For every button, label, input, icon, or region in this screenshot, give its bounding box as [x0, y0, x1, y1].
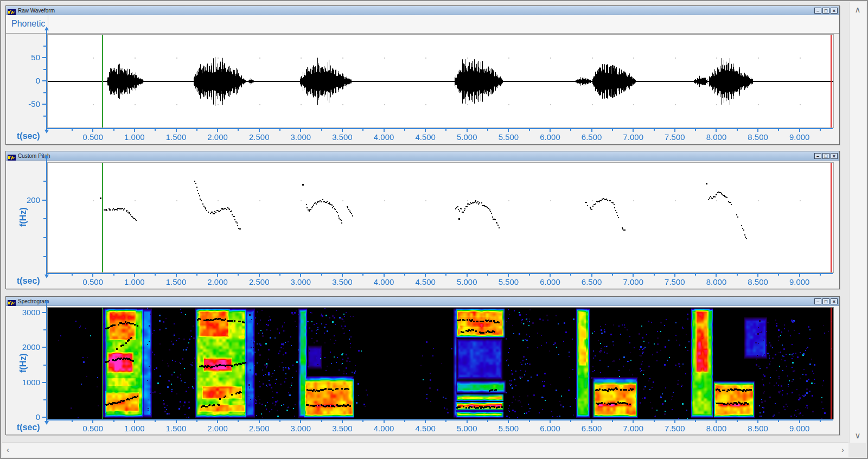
spec-x-minor-tick	[487, 420, 488, 422]
spectrogram-plot[interactable]	[47, 307, 834, 419]
spec-x-minor-tick	[820, 420, 821, 422]
pitch-x-minor-tick	[695, 274, 696, 276]
spec-x-tick	[633, 420, 634, 423]
spec-x-minor-tick	[695, 420, 696, 422]
spec-y-tick-label: 2000	[6, 342, 40, 352]
spec-x-tick	[467, 420, 468, 423]
close-button[interactable]: ×	[831, 153, 838, 159]
spectrogram-plot-red-cursor[interactable]	[831, 308, 832, 419]
window-controls: – □ ×	[813, 153, 838, 159]
spec-y-tick	[42, 312, 46, 313]
spec-x-tick-label: 3.500	[325, 424, 360, 433]
spec-x-tick-label: 7.000	[616, 424, 650, 433]
spec-x-tick-label: 1.000	[117, 424, 152, 433]
raw-x-axis	[47, 128, 833, 129]
spec-x-tick	[342, 420, 343, 423]
custom-pitch-titlebar[interactable]: Custom Pitch – □ ×	[6, 151, 839, 161]
scroll-up-icon[interactable]: ∧	[850, 5, 866, 14]
raw-x-tick	[591, 129, 592, 132]
raw-x-minor-tick	[778, 129, 779, 131]
spectrogram-canvas[interactable]	[48, 308, 833, 419]
maximize-button[interactable]: □	[822, 298, 829, 304]
raw-x-minor-tick	[279, 129, 280, 131]
spec-x-tick-label: 4.500	[408, 424, 443, 433]
pitch-y-minor-tick	[43, 237, 46, 238]
spec-y-minor-tick	[43, 329, 46, 330]
spec-x-tick	[134, 420, 135, 423]
spec-x-minor-tick	[196, 420, 197, 422]
pitch-plot-red-cursor[interactable]	[831, 163, 832, 272]
spec-x-minor-tick	[155, 420, 156, 422]
spec-x-tick	[217, 420, 218, 423]
pitch-x-minor-tick	[445, 274, 446, 276]
minimize-button[interactable]: –	[814, 153, 821, 159]
maximize-button[interactable]: □	[822, 8, 829, 14]
spec-x-minor-tick	[279, 420, 280, 422]
pitch-plot-green-cursor[interactable]	[102, 163, 103, 272]
pitch-x-minor-tick	[487, 274, 488, 276]
raw-x-tick	[799, 129, 800, 132]
raw-x-tick	[467, 129, 468, 132]
waveform-plot[interactable]	[47, 34, 834, 128]
spec-x-tick	[300, 420, 301, 423]
spectrogram-plot-green-cursor[interactable]	[102, 308, 103, 419]
raw-x-tick-label: 7.000	[616, 132, 650, 142]
pitch-x-tick	[757, 274, 758, 277]
pitch-x-tick-label: 6.500	[575, 277, 609, 286]
annotation-row[interactable]: Phonetic	[6, 15, 839, 34]
spec-x-tick	[425, 420, 426, 423]
spec-x-minor-tick	[404, 420, 405, 422]
raw-x-tick	[259, 129, 260, 132]
spec-y-tick-label: 0	[6, 412, 40, 422]
raw-y-tick	[42, 104, 46, 105]
spec-x-tick	[259, 420, 260, 423]
spec-x-minor-tick	[529, 420, 530, 422]
spec-x-tick	[674, 420, 675, 423]
tab-phonetic[interactable]: Phonetic	[11, 19, 45, 29]
pitch-x-minor-tick	[737, 274, 738, 276]
raw-x-tick-label: 4.500	[408, 132, 443, 142]
raw-x-tick	[342, 129, 343, 132]
pitch-y-axis-arrow-down	[44, 275, 49, 278]
pitch-x-minor-tick	[570, 274, 571, 276]
waveform-plot-red-cursor[interactable]	[831, 35, 832, 127]
raw-x-axis-label: t(sec)	[17, 131, 40, 141]
spec-x-minor-tick	[238, 420, 239, 422]
raw-x-minor-tick	[570, 129, 571, 131]
scroll-down-icon[interactable]: ∨	[850, 431, 866, 439]
raw-x-tick	[633, 129, 634, 132]
raw-waveform-panel: Raw Waveform – □ × Phonetic 500-500.5001…	[5, 5, 840, 145]
close-button[interactable]: ×	[831, 8, 838, 14]
raw-x-tick	[134, 129, 135, 132]
spec-x-tick-label: 9.000	[782, 424, 817, 433]
spec-y-minor-tick	[43, 365, 46, 366]
spec-x-tick-label: 2.500	[242, 424, 277, 433]
minimize-button[interactable]: –	[814, 298, 821, 304]
pitch-x-tick	[259, 274, 260, 277]
spec-x-minor-tick	[570, 420, 571, 422]
vertical-scrollbar[interactable]: ∧ ∨	[849, 2, 866, 443]
waveform-canvas[interactable]	[48, 35, 833, 127]
spectrogram-titlebar[interactable]: Spectrogram – □ ×	[6, 297, 839, 306]
close-button[interactable]: ×	[831, 298, 838, 304]
pitch-canvas[interactable]	[48, 163, 833, 272]
pitch-plot[interactable]	[47, 162, 834, 273]
pitch-y-minor-tick	[43, 218, 46, 219]
pitch-x-minor-tick	[155, 274, 156, 276]
pitch-x-tick-label: 5.500	[491, 277, 526, 286]
pitch-x-tick	[217, 274, 218, 277]
pitch-x-tick	[633, 274, 634, 277]
spec-y-tick-label: 1000	[6, 378, 40, 387]
maximize-button[interactable]: □	[822, 153, 829, 159]
waveform-plot-green-cursor[interactable]	[102, 35, 103, 127]
raw-x-minor-tick	[238, 129, 239, 131]
spec-x-tick-label: 4.000	[367, 424, 401, 433]
raw-x-tick-label: 4.000	[367, 132, 401, 142]
scroll-right-icon[interactable]: ›	[841, 445, 844, 454]
spec-x-minor-tick	[654, 420, 655, 422]
minimize-button[interactable]: –	[814, 8, 821, 14]
raw-y-tick	[42, 57, 46, 58]
scroll-left-icon[interactable]: ‹	[7, 445, 9, 454]
raw-waveform-titlebar[interactable]: Raw Waveform – □ ×	[6, 6, 839, 15]
horizontal-scrollbar[interactable]: ‹ ›	[2, 442, 848, 457]
